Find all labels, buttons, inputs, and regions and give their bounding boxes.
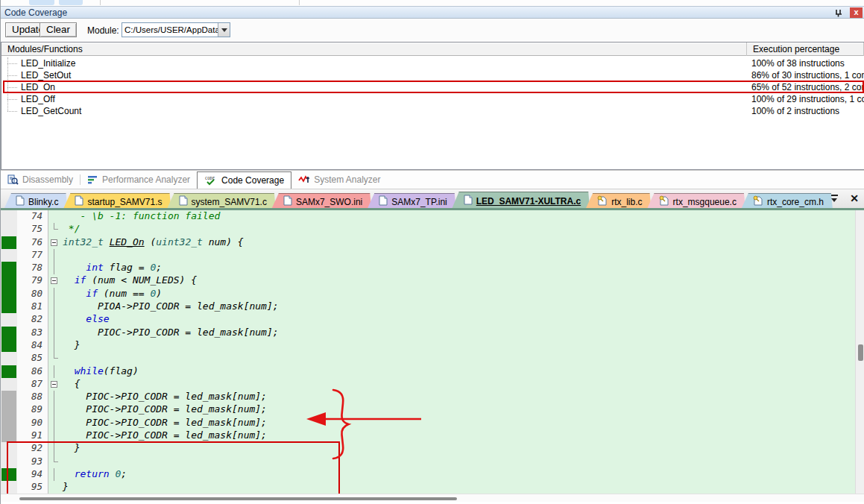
line-number: 85 [17, 352, 48, 365]
editor-tab-startup_SAMV71.s[interactable]: startup_SAMV71.s [63, 193, 171, 210]
dock-tab-code-coverage[interactable]: CODECode Coverage [197, 171, 291, 189]
code-line-75[interactable]: 75 */ [1, 223, 855, 236]
editor-tab-rtx_core_cm.h[interactable]: rtx_core_cm.h [741, 193, 833, 210]
dock-tab-performance-analyzer[interactable]: Performance Analyzer [81, 171, 197, 189]
coverage-gutter [1, 365, 17, 378]
divider [299, 0, 300, 5]
code-line-95[interactable]: 95} [1, 481, 855, 494]
execution-percentage: 65% of 52 instructions, 2 con... [747, 82, 864, 92]
fold-margin [48, 288, 60, 300]
code-line-91[interactable]: 91 PIOC->PIO_CODR = led_mask[num]; [1, 429, 855, 442]
horizontal-scrollbar[interactable] [1, 494, 864, 502]
vertical-scrollbar-thumb[interactable] [858, 344, 863, 361]
close-icon[interactable]: x [850, 7, 863, 18]
column-header-functions[interactable]: Modules/Functions [1, 42, 747, 56]
line-number: 79 [17, 274, 48, 287]
divider [100, 0, 101, 5]
code-line-76[interactable]: 76int32_t LED_On (uint32_t num) { [1, 236, 855, 249]
chevron-down-icon[interactable] [218, 23, 230, 37]
coverage-gutter [1, 300, 17, 313]
code-line-82[interactable]: 82 else [1, 313, 855, 326]
code-line-93[interactable]: 93 [1, 456, 855, 468]
doc-key-icon [659, 195, 669, 208]
tab-list-icon[interactable] [830, 194, 839, 203]
code-line-92[interactable]: 92 } [1, 442, 855, 455]
line-number: 82 [17, 313, 48, 326]
editor-tab-LED_SAMV71-XULTRA.c[interactable]: LED_SAMV71-XULTRA.c [452, 192, 590, 210]
table-row-LED_SetOut[interactable]: LED_SetOut86% of 30 instructions, 1 con.… [1, 69, 864, 81]
fold-minus-icon[interactable] [51, 277, 57, 284]
code-line-84[interactable]: 84 } [1, 339, 855, 352]
code-line-74[interactable]: 74 - \b -1: function failed [1, 210, 855, 223]
covered-block [1, 288, 16, 300]
execution-percentage: 100% of 38 instructions [747, 58, 864, 69]
code-line-90[interactable]: 90 PIOC->PIO_CODR = led_mask[num]; [1, 417, 855, 429]
code-text: } [60, 339, 855, 352]
code-text: - \b -1: function failed [60, 210, 855, 223]
fold-margin [48, 339, 60, 352]
line-number: 95 [17, 481, 48, 494]
coverage-gutter [1, 274, 17, 287]
fold-margin [48, 468, 60, 481]
code-line-77[interactable]: 77 [1, 249, 855, 262]
code-text: else [60, 313, 855, 326]
vertical-scrollbar[interactable] [855, 210, 864, 494]
code-line-81[interactable]: 81 PIOA->PIO_CODR = led_mask[num]; [1, 300, 855, 313]
fold-minus-icon[interactable] [51, 381, 57, 388]
code-line-79[interactable]: 79 if (num < NUM_LEDS) { [1, 274, 855, 287]
code-line-94[interactable]: 94 return 0; [1, 468, 855, 481]
dock-tab-disassembly[interactable]: Disassembly [1, 171, 80, 189]
code-line-85[interactable]: 85 [1, 352, 855, 365]
code-line-80[interactable]: 80 if (num == 0) [1, 288, 855, 300]
clear-button[interactable]: Clear [40, 22, 77, 37]
editor-tab-label: Blinky.c [28, 197, 58, 207]
coverage-gutter [1, 468, 17, 481]
fold-line [54, 339, 54, 352]
code-editor[interactable]: 74 - \b -1: function failed75 */76int32_… [1, 210, 864, 494]
covered-block [1, 236, 16, 249]
function-name: LED_On [19, 82, 747, 92]
coverage-gutter [1, 313, 17, 326]
table-row-LED_On[interactable]: LED_On65% of 52 instructions, 2 con... [1, 81, 864, 93]
table-row-LED_GetCount[interactable]: LED_GetCount100% of 2 instructions [1, 105, 864, 117]
horizontal-scrollbar-thumb[interactable] [19, 497, 457, 500]
pin-icon[interactable] [833, 7, 845, 18]
module-combobox[interactable]: C:/Users/USER/AppData/ [122, 22, 230, 37]
editor-tab-rtx_msgqueue.c[interactable]: rtx_msgqueue.c [647, 193, 745, 210]
code-text: PIOA->PIO_CODR = led_mask[num]; [60, 300, 855, 313]
coverage-gutter [1, 442, 17, 455]
fold-line [54, 313, 54, 326]
fold-minus-icon[interactable] [51, 239, 57, 246]
editor-tab-rtx_lib.c[interactable]: rtx_lib.c [585, 193, 651, 210]
fold-line [54, 327, 54, 339]
coverage-gutter [1, 210, 17, 223]
line-number: 77 [17, 249, 48, 262]
document-close-icon[interactable]: ✕ [850, 194, 859, 203]
code-line-87[interactable]: 87 { [1, 378, 855, 391]
editor-tab-SAMx7_TP.ini[interactable]: SAMx7_TP.ini [367, 193, 455, 210]
code-line-78[interactable]: 78 int flag = 0; [1, 262, 855, 274]
code-text: */ [60, 223, 855, 236]
editor-tab-label: SAMx7_TP.ini [391, 197, 447, 207]
fold-margin [48, 327, 60, 339]
code-text: PIOC->PIO_CODR = led_mask[num]; [60, 391, 855, 403]
code-line-89[interactable]: 89 PIOC->PIO_CODR = led_mask[num]; [1, 403, 855, 416]
coverage-table-header: Modules/Functions Execution percentage [1, 42, 864, 56]
execution-percentage: 100% of 29 instructions, 1 co... [747, 94, 864, 104]
column-header-exec[interactable]: Execution percentage [747, 42, 864, 56]
editor-tab-system_SAMV71.c[interactable]: system_SAMV71.c [167, 193, 276, 210]
dock-tab-system-analyzer[interactable]: System Analyzer [291, 171, 387, 189]
editor-tab-SAMx7_SWO.ini[interactable]: SAMx7_SWO.ini [271, 193, 371, 210]
code-line-83[interactable]: 83 PIOC->PIO_CODR = led_mask[num]; [1, 327, 855, 339]
coverage-gutter [1, 288, 17, 300]
table-row-LED_Off[interactable]: LED_Off100% of 29 instructions, 1 co... [1, 93, 864, 105]
coverage-gutter [1, 378, 17, 391]
fold-end [54, 358, 58, 359]
table-row-LED_Initialize[interactable]: LED_Initialize100% of 38 instructions [1, 57, 864, 69]
dock-tab-label: Performance Analyzer [102, 174, 190, 185]
code-line-88[interactable]: 88 PIOC->PIO_CODR = led_mask[num]; [1, 391, 855, 403]
fold-line [54, 300, 54, 313]
fold-margin [48, 365, 60, 378]
code-line-86[interactable]: 86 while(flag) [1, 365, 855, 378]
editor-tab-Blinky.c[interactable]: Blinky.c [4, 193, 67, 210]
